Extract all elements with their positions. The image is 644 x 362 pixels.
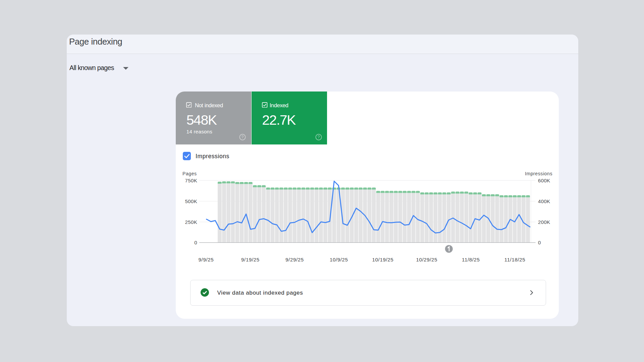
- svg-text:400K: 400K: [538, 198, 550, 204]
- svg-text:?: ?: [241, 135, 244, 140]
- svg-text:200K: 200K: [538, 219, 550, 225]
- svg-text:9/29/25: 9/29/25: [285, 257, 304, 262]
- svg-text:10/9/25: 10/9/25: [330, 257, 348, 262]
- svg-text:10/19/25: 10/19/25: [372, 257, 394, 262]
- svg-text:500K: 500K: [185, 198, 197, 204]
- svg-text:10/29/25: 10/29/25: [416, 257, 437, 262]
- svg-text:Pages: Pages: [182, 171, 197, 176]
- svg-text:9/9/25: 9/9/25: [199, 257, 214, 262]
- svg-text:250K: 250K: [185, 219, 197, 225]
- svg-text:600K: 600K: [538, 178, 550, 183]
- svg-text:750K: 750K: [185, 178, 197, 183]
- svg-text:Impressions: Impressions: [525, 171, 552, 176]
- svg-text:0: 0: [194, 240, 197, 245]
- svg-text:11/8/25: 11/8/25: [462, 257, 480, 262]
- svg-text:?: ?: [318, 135, 320, 140]
- svg-text:0: 0: [538, 240, 541, 245]
- svg-text:9/19/25: 9/19/25: [241, 257, 260, 262]
- svg-text:11/18/25: 11/18/25: [504, 257, 525, 262]
